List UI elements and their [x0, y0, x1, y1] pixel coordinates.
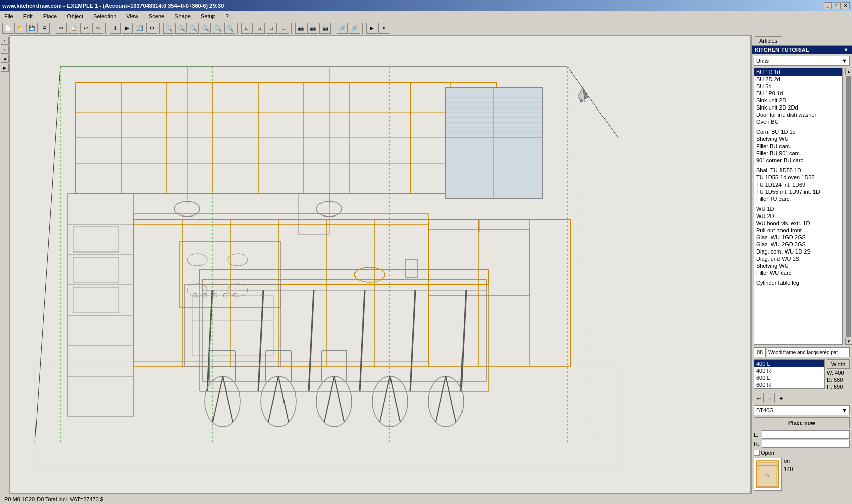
minimize-button[interactable]: _	[824, 2, 832, 9]
lt-btn1[interactable]: ◀	[1, 55, 9, 63]
open-checkbox[interactable]	[754, 450, 760, 456]
list-item-tu1d55oven[interactable]: TU 1D55 1d oven 1D55	[754, 174, 842, 181]
list-item-fillerwucr[interactable]: Filler WU carc.	[754, 269, 842, 276]
list-item-bu1d1d[interactable]: BU 1D 1d	[754, 68, 842, 76]
list-item-glazwu1gd[interactable]: Glaz. WU 1GD 2GS	[754, 234, 842, 241]
list-item-bu2d2d[interactable]: BU 2D 2d	[754, 76, 842, 83]
list-item-shelvingwu[interactable]: Shelving WU	[754, 135, 842, 142]
open-button[interactable]: 📂	[14, 23, 25, 34]
menu-view[interactable]: View	[124, 12, 140, 20]
view-persp-button[interactable]: □	[266, 23, 277, 34]
menu-scene[interactable]: Scene	[147, 12, 166, 20]
star-button[interactable]: ✦	[378, 23, 389, 34]
window-controls[interactable]: _ □ ✕	[824, 2, 850, 9]
size-opt-600r[interactable]: 600 R	[754, 381, 824, 388]
close-button[interactable]: ✕	[842, 2, 850, 9]
list-item-corner90[interactable]: 90° corner BU carc.	[754, 157, 842, 164]
panel-scrollbar: ▲ ▼	[845, 68, 852, 345]
icon-btn-1[interactable]: ↩	[754, 393, 764, 403]
icon-btn-3[interactable]: ✦	[776, 393, 786, 403]
cut-button[interactable]: ✂	[56, 23, 67, 34]
redo-button[interactable]: ↪	[92, 23, 103, 34]
list-item-wu2d[interactable]: WU 2D	[754, 212, 842, 220]
list-item-sink2d[interactable]: Sink unit 2D	[754, 97, 842, 104]
refresh-button[interactable]: 🔄	[134, 23, 145, 34]
list-item-filler90[interactable]: Filler BU 90° carc.	[754, 150, 842, 157]
list-item-cylindertable[interactable]: Cylinder table leg	[754, 279, 842, 286]
camera-button[interactable]: 📷	[295, 23, 306, 34]
list-item-shelvingwu2[interactable]: Shelving WU	[754, 262, 842, 269]
list-item-bu5d[interactable]: BU 5d	[754, 83, 842, 90]
play-button[interactable]: ▶	[122, 23, 133, 34]
finish-dropdown[interactable]: BT40G ▼	[754, 405, 850, 415]
scroll-down-arrow[interactable]: ▼	[845, 338, 852, 345]
zoom-in-button[interactable]: 🔍	[175, 23, 187, 34]
list-item-shal1d55[interactable]: Shal. TU 1D55 1D	[754, 167, 842, 174]
view-top-button[interactable]: □	[278, 23, 289, 34]
list-item-tu1d124[interactable]: TU 1D124 int. 1D69	[754, 181, 842, 188]
list-item-glazwu2gd[interactable]: Glaz. WU 2GD 3GS	[754, 241, 842, 248]
zoom-pan-button[interactable]: 🔍	[212, 23, 223, 34]
list-item-wu1d[interactable]: WU 1D	[754, 205, 842, 212]
cabinet-preview	[754, 458, 782, 491]
list-item-cornbu1d1d[interactable]: Corn. BU 1D 1d	[754, 128, 842, 135]
link-button[interactable]: 🔗	[337, 23, 348, 34]
zoom-select-button[interactable]: 🔍	[200, 23, 211, 34]
menu-place[interactable]: Place	[41, 12, 59, 20]
width-button[interactable]: Width	[827, 359, 850, 369]
list-item-door-dishwasher[interactable]: Door for int. dish washer	[754, 111, 842, 118]
toolbar-separator-2	[105, 23, 108, 34]
list-item-sink2d2d[interactable]: Sink unit 2D 2Dd	[754, 104, 842, 111]
list-item-tu1d55int[interactable]: TU 1D55 int. 1D97 int. 1D	[754, 188, 842, 195]
print-button[interactable]: 🖨	[39, 23, 50, 34]
menu-file[interactable]: File	[2, 12, 15, 20]
copy-button[interactable]: 📋	[68, 23, 79, 34]
lt-btn2[interactable]: ▶	[1, 64, 9, 72]
new-button[interactable]: 📄	[2, 23, 13, 34]
menu-edit[interactable]: Edit	[21, 12, 35, 20]
list-item-fillertucr[interactable]: Filler TU carc.	[754, 195, 842, 202]
view-2d-button[interactable]: □	[241, 23, 253, 34]
camera2-button[interactable]: 📷	[307, 23, 318, 34]
dropdown-arrow-icon[interactable]: ▼	[843, 47, 849, 53]
canvas-area[interactable]	[9, 35, 751, 494]
r-input[interactable]	[762, 440, 850, 448]
lt-arrow[interactable]: ↑	[1, 37, 9, 45]
list-item-wuhoodvis[interactable]: WU hood vis. extr. 1D	[754, 220, 842, 227]
menu-setup[interactable]: Setup	[199, 12, 218, 20]
menu-selection[interactable]: Selection	[91, 12, 118, 20]
camera3-button[interactable]: 📷	[320, 23, 331, 34]
info-button[interactable]: ℹ	[110, 23, 121, 34]
save-button[interactable]: 💾	[26, 23, 38, 34]
articles-tab-label[interactable]: Articles	[755, 36, 782, 45]
l-input[interactable]	[762, 430, 850, 439]
zoom-ext-button[interactable]: 🔍	[224, 23, 235, 34]
menu-object[interactable]: Object	[65, 12, 85, 20]
list-item-bu1p01d[interactable]: BU 1P0 1d	[754, 90, 842, 97]
place-now-button[interactable]: Place now	[754, 417, 850, 428]
lr-left: L:	[754, 430, 850, 439]
zoom-out-button[interactable]: 🔍	[163, 23, 174, 34]
link2-button[interactable]: 🔗	[349, 23, 360, 34]
list-item-diagcomwu[interactable]: Diag. com. WU 1D 2S	[754, 248, 842, 255]
list-item-ovenbu[interactable]: Oven BU	[754, 118, 842, 125]
view-3d-button[interactable]: □	[254, 23, 265, 34]
menu-shape[interactable]: Shape	[172, 12, 193, 20]
menu-help[interactable]: ?	[224, 12, 231, 20]
run-button[interactable]: ▶	[366, 23, 377, 34]
undo-button[interactable]: ↩	[80, 23, 91, 34]
size-opt-600l[interactable]: 600 L	[754, 374, 824, 381]
scroll-up-arrow[interactable]: ▲	[845, 68, 852, 75]
zoom-fit-button[interactable]: 🔍	[188, 23, 199, 34]
units-dropdown[interactable]: Units ▼	[754, 56, 850, 66]
list-item-fillerbucr[interactable]: Filler BU carc.	[754, 142, 842, 150]
maximize-button[interactable]: □	[833, 2, 841, 9]
size-opt-400l[interactable]: 400 L	[754, 360, 824, 367]
settings-button[interactable]: ⚙	[146, 23, 157, 34]
lt-arrow2[interactable]: ↓	[1, 46, 9, 54]
scroll-thumb[interactable]	[846, 76, 851, 337]
list-item-diagendwu[interactable]: Diag. end WU 1S	[754, 255, 842, 262]
list-item-pullout[interactable]: Pull-out hood front	[754, 227, 842, 234]
icon-btn-2[interactable]: ↔	[765, 393, 775, 403]
size-opt-400r[interactable]: 400 R	[754, 367, 824, 374]
